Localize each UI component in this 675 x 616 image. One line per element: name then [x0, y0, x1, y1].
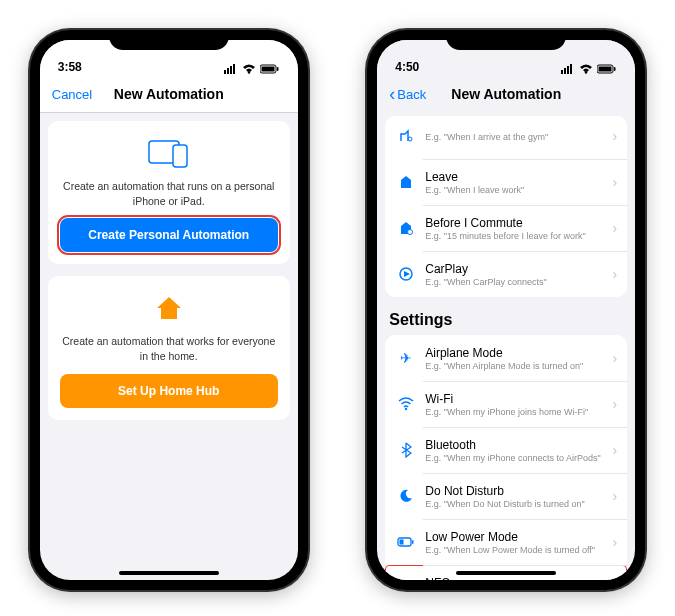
home-indicator[interactable]	[119, 571, 219, 575]
row-before-commute[interactable]: Before I CommuteE.g. "15 minutes before …	[385, 205, 627, 251]
svg-point-4	[248, 71, 250, 73]
row-title: Before I Commute	[425, 216, 612, 230]
row-title: Bluetooth	[425, 438, 612, 452]
battery-icon	[597, 64, 617, 74]
arrive-icon	[395, 128, 417, 144]
chevron-left-icon: ‹	[389, 85, 395, 103]
notch	[109, 30, 229, 50]
row-title: Wi-Fi	[425, 392, 612, 406]
row-arrive[interactable]: E.g. "When I arrive at the gym" ›	[385, 116, 627, 159]
svg-rect-12	[567, 66, 569, 74]
row-title: CarPlay	[425, 262, 612, 276]
devices-icon	[60, 135, 278, 171]
svg-rect-24	[412, 540, 414, 544]
home-automation-card: Create an automation that works for ever…	[48, 276, 290, 419]
chevron-right-icon: ›	[613, 266, 618, 282]
row-leave[interactable]: LeaveE.g. "When I leave work" ›	[385, 159, 627, 205]
settings-header: Settings	[381, 307, 631, 335]
row-sub: E.g. "When Airplane Mode is turned on"	[425, 361, 612, 371]
set-up-home-hub-button[interactable]: Set Up Home Hub	[60, 374, 278, 408]
home-icon	[60, 290, 278, 326]
svg-rect-7	[277, 67, 279, 71]
status-icons	[561, 64, 617, 74]
svg-point-14	[585, 71, 587, 73]
nav-bar: ‹Back New Automation	[377, 76, 635, 112]
row-sub: E.g. "When CarPlay connects"	[425, 277, 612, 287]
phone-left: 3:58 Cancel New Automation Create an aut…	[30, 30, 308, 590]
svg-rect-9	[173, 145, 187, 167]
phone-right: 4:50 ‹Back New Automation E.g. "When I a…	[367, 30, 645, 590]
cancel-button[interactable]: Cancel	[52, 87, 92, 102]
chevron-right-icon: ›	[613, 396, 618, 412]
nav-bar: Cancel New Automation	[40, 76, 298, 113]
nav-title: New Automation	[451, 86, 561, 102]
chevron-right-icon: ›	[613, 442, 618, 458]
personal-automation-card: Create an automation that runs on a pers…	[48, 121, 290, 264]
home-indicator[interactable]	[456, 571, 556, 575]
carplay-icon	[395, 266, 417, 282]
status-time: 3:58	[58, 60, 82, 74]
svg-rect-0	[224, 70, 226, 74]
row-title: Airplane Mode	[425, 346, 612, 360]
svg-rect-17	[614, 67, 616, 71]
chevron-right-icon: ›	[613, 220, 618, 236]
signal-icon	[561, 64, 575, 74]
row-title: NFC	[425, 576, 612, 581]
chevron-right-icon: ›	[613, 534, 618, 550]
svg-rect-11	[564, 68, 566, 74]
lowpower-icon	[395, 536, 417, 548]
svg-rect-2	[230, 66, 232, 74]
svg-point-19	[408, 230, 413, 235]
row-low-power-mode[interactable]: Low Power ModeE.g. "When Low Power Mode …	[385, 519, 627, 565]
row-sub: E.g. "When I arrive at the gym"	[425, 132, 612, 142]
row-sub: E.g. "When my iPhone joins home Wi-Fi"	[425, 407, 612, 417]
commute-icon	[395, 220, 417, 236]
dnd-icon	[395, 488, 417, 504]
row-bluetooth[interactable]: BluetoothE.g. "When my iPhone connects t…	[385, 427, 627, 473]
status-icons	[224, 64, 280, 74]
settings-group: ✈︎ Airplane ModeE.g. "When Airplane Mode…	[385, 335, 627, 580]
chevron-right-icon: ›	[613, 488, 618, 504]
svg-rect-3	[233, 64, 235, 74]
bluetooth-icon	[395, 442, 417, 458]
personal-desc: Create an automation that runs on a pers…	[60, 179, 278, 208]
svg-point-21	[405, 408, 407, 410]
svg-rect-23	[400, 540, 404, 545]
notch	[446, 30, 566, 50]
row-sub: E.g. "15 minutes before I leave for work…	[425, 231, 612, 241]
svg-rect-1	[227, 68, 229, 74]
svg-rect-10	[561, 70, 563, 74]
row-sub: E.g. "When my iPhone connects to AirPods…	[425, 453, 612, 463]
signal-icon	[224, 64, 238, 74]
chevron-right-icon: ›	[613, 350, 618, 366]
row-sub: E.g. "When I leave work"	[425, 185, 612, 195]
back-button[interactable]: ‹Back	[389, 85, 426, 103]
row-title: Leave	[425, 170, 612, 184]
svg-rect-13	[570, 64, 572, 74]
create-personal-automation-button[interactable]: Create Personal Automation	[60, 218, 278, 252]
status-time: 4:50	[395, 60, 419, 74]
wifi-icon	[242, 64, 256, 74]
wifi-icon	[395, 397, 417, 411]
row-title: Do Not Disturb	[425, 484, 612, 498]
row-do-not-disturb[interactable]: Do Not DisturbE.g. "When Do Not Disturb …	[385, 473, 627, 519]
home-desc: Create an automation that works for ever…	[60, 334, 278, 363]
wifi-icon	[579, 64, 593, 74]
svg-rect-6	[261, 67, 274, 72]
row-title: Low Power Mode	[425, 530, 612, 544]
battery-icon	[260, 64, 280, 74]
chevron-right-icon: ›	[613, 128, 618, 144]
row-airplane-mode[interactable]: ✈︎ Airplane ModeE.g. "When Airplane Mode…	[385, 335, 627, 381]
leave-icon	[395, 174, 417, 190]
row-carplay[interactable]: CarPlayE.g. "When CarPlay connects" ›	[385, 251, 627, 297]
chevron-right-icon: ›	[613, 174, 618, 190]
row-sub: E.g. "When Do Not Disturb is turned on"	[425, 499, 612, 509]
airplane-icon: ✈︎	[395, 350, 417, 366]
row-sub: E.g. "When Low Power Mode is turned off"	[425, 545, 612, 555]
svg-rect-16	[599, 67, 612, 72]
triggers-group: E.g. "When I arrive at the gym" › LeaveE…	[385, 116, 627, 297]
nav-title: New Automation	[114, 86, 224, 102]
row-wifi[interactable]: Wi-FiE.g. "When my iPhone joins home Wi-…	[385, 381, 627, 427]
